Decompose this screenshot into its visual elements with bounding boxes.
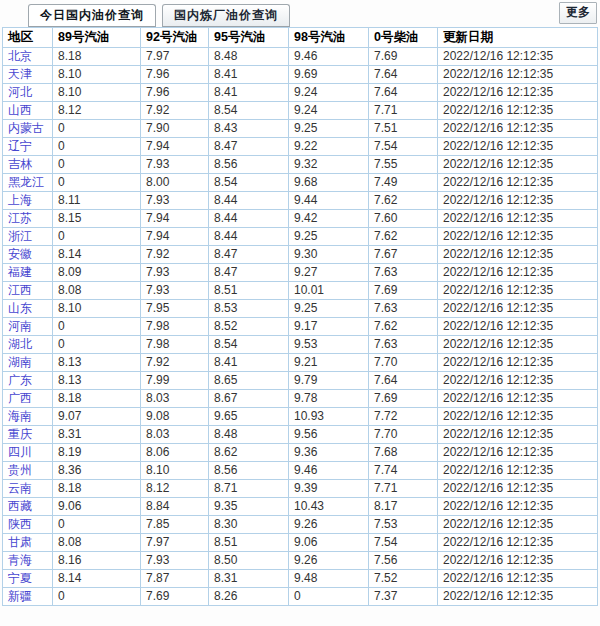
price-95-cell: 8.41 (209, 354, 289, 372)
region-link[interactable]: 安徽 (8, 247, 32, 261)
region-cell: 黑龙江 (3, 174, 53, 192)
updated-cell: 2022/12/16 12:12:35 (438, 354, 598, 372)
price-98-cell: 9.25 (289, 300, 369, 318)
price-92-cell: 8.00 (141, 174, 209, 192)
region-link[interactable]: 江苏 (8, 211, 32, 225)
region-link[interactable]: 山东 (8, 301, 32, 315)
region-cell: 云南 (3, 480, 53, 498)
region-link[interactable]: 山西 (8, 103, 32, 117)
price-92-cell: 7.95 (141, 300, 209, 318)
tab-today-domestic-oil-price[interactable]: 今日国内油价查询 (28, 4, 156, 27)
region-link[interactable]: 西藏 (8, 499, 32, 513)
region-link[interactable]: 新疆 (8, 589, 32, 603)
region-cell: 福建 (3, 264, 53, 282)
table-row: 安徽8.147.928.479.307.672022/12/16 12:12:3… (3, 246, 598, 264)
more-link[interactable]: 更多 (559, 2, 597, 24)
table-row: 海南9.079.089.6510.937.722022/12/16 12:12:… (3, 408, 598, 426)
region-cell: 西藏 (3, 498, 53, 516)
price-92-cell: 7.93 (141, 156, 209, 174)
region-cell: 上海 (3, 192, 53, 210)
region-link[interactable]: 贵州 (8, 463, 32, 477)
price-92-cell: 7.93 (141, 552, 209, 570)
price-98-cell: 9.42 (289, 210, 369, 228)
region-link[interactable]: 宁夏 (8, 571, 32, 585)
price-95-cell: 8.47 (209, 138, 289, 156)
price-diesel-cell: 7.55 (369, 156, 438, 174)
region-link[interactable]: 江西 (8, 283, 32, 297)
table-header-row: 地区 89号汽油 92号汽油 95号汽油 98号汽油 0号柴油 更新日期 (3, 28, 598, 48)
region-link[interactable]: 青海 (8, 553, 32, 567)
price-89-cell: 8.10 (53, 300, 141, 318)
price-98-cell: 9.25 (289, 120, 369, 138)
updated-cell: 2022/12/16 12:12:35 (438, 480, 598, 498)
region-cell: 重庆 (3, 426, 53, 444)
table-row: 江苏8.157.948.449.427.602022/12/16 12:12:3… (3, 210, 598, 228)
price-92-cell: 7.97 (141, 534, 209, 552)
updated-cell: 2022/12/16 12:12:35 (438, 588, 598, 606)
table-row: 内蒙古07.908.439.257.512022/12/16 12:12:35 (3, 120, 598, 138)
price-98-cell: 9.56 (289, 426, 369, 444)
region-link[interactable]: 福建 (8, 265, 32, 279)
header-region: 地区 (3, 28, 53, 48)
region-cell: 河北 (3, 84, 53, 102)
updated-cell: 2022/12/16 12:12:35 (438, 84, 598, 102)
price-95-cell: 8.44 (209, 210, 289, 228)
price-89-cell: 8.08 (53, 282, 141, 300)
region-link[interactable]: 广东 (8, 373, 32, 387)
region-link[interactable]: 重庆 (8, 427, 32, 441)
updated-cell: 2022/12/16 12:12:35 (438, 210, 598, 228)
region-link[interactable]: 海南 (8, 409, 32, 423)
price-98-cell: 10.93 (289, 408, 369, 426)
region-link[interactable]: 吉林 (8, 157, 32, 171)
region-link[interactable]: 上海 (8, 193, 32, 207)
price-98-cell: 9.44 (289, 192, 369, 210)
price-95-cell: 8.50 (209, 552, 289, 570)
price-diesel-cell: 7.64 (369, 84, 438, 102)
header-gasoline-98: 98号汽油 (289, 28, 369, 48)
updated-cell: 2022/12/16 12:12:35 (438, 570, 598, 588)
region-link[interactable]: 湖南 (8, 355, 32, 369)
price-diesel-cell: 7.64 (369, 372, 438, 390)
region-cell: 湖南 (3, 354, 53, 372)
table-row: 宁夏8.147.878.319.487.522022/12/16 12:12:3… (3, 570, 598, 588)
region-link[interactable]: 北京 (8, 49, 32, 63)
price-89-cell: 0 (53, 588, 141, 606)
price-95-cell: 8.54 (209, 102, 289, 120)
region-link[interactable]: 河南 (8, 319, 32, 333)
region-link[interactable]: 黑龙江 (8, 175, 44, 189)
price-98-cell: 9.46 (289, 462, 369, 480)
updated-cell: 2022/12/16 12:12:35 (438, 120, 598, 138)
price-89-cell: 8.13 (53, 354, 141, 372)
price-92-cell: 8.06 (141, 444, 209, 462)
price-98-cell: 9.26 (289, 552, 369, 570)
price-98-cell: 9.21 (289, 354, 369, 372)
region-cell: 贵州 (3, 462, 53, 480)
price-92-cell: 7.93 (141, 192, 209, 210)
price-95-cell: 8.41 (209, 84, 289, 102)
region-link[interactable]: 云南 (8, 481, 32, 495)
region-link[interactable]: 四川 (8, 445, 32, 459)
region-link[interactable]: 陕西 (8, 517, 32, 531)
region-link[interactable]: 湖北 (8, 337, 32, 351)
region-link[interactable]: 辽宁 (8, 139, 32, 153)
price-95-cell: 8.41 (209, 66, 289, 84)
updated-cell: 2022/12/16 12:12:35 (438, 552, 598, 570)
table-row: 青海8.167.938.509.267.562022/12/16 12:12:3… (3, 552, 598, 570)
updated-cell: 2022/12/16 12:12:35 (438, 138, 598, 156)
updated-cell: 2022/12/16 12:12:35 (438, 282, 598, 300)
price-95-cell: 8.56 (209, 462, 289, 480)
price-95-cell: 8.47 (209, 246, 289, 264)
updated-cell: 2022/12/16 12:12:35 (438, 462, 598, 480)
price-95-cell: 8.67 (209, 390, 289, 408)
region-link[interactable]: 内蒙古 (8, 121, 44, 135)
region-link[interactable]: 甘肃 (8, 535, 32, 549)
price-95-cell: 9.65 (209, 408, 289, 426)
tab-domestic-refinery-oil-price[interactable]: 国内炼厂油价查询 (162, 4, 290, 27)
region-link[interactable]: 浙江 (8, 229, 32, 243)
region-link[interactable]: 广西 (8, 391, 32, 405)
price-diesel-cell: 7.67 (369, 246, 438, 264)
region-link[interactable]: 河北 (8, 85, 32, 99)
table-row: 贵州8.368.108.569.467.742022/12/16 12:12:3… (3, 462, 598, 480)
price-98-cell: 9.22 (289, 138, 369, 156)
region-link[interactable]: 天津 (8, 67, 32, 81)
